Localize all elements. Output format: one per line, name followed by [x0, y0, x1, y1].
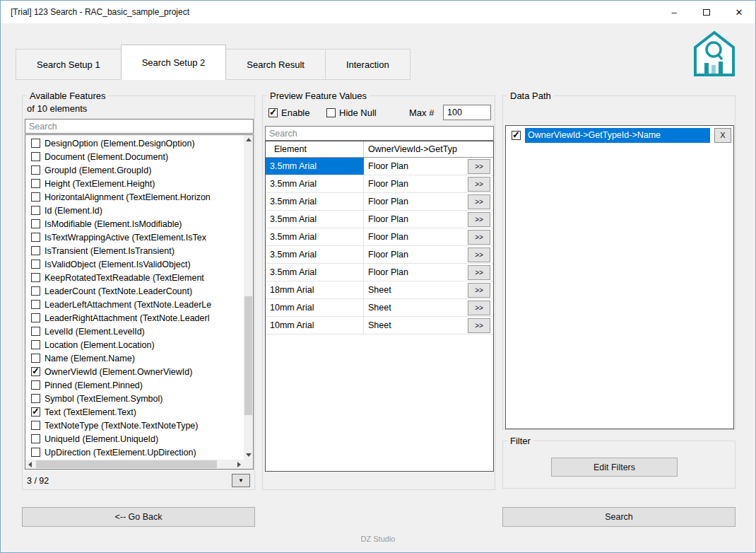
vertical-scrollbar-thumb[interactable]: [244, 296, 252, 415]
feature-checkbox[interactable]: [31, 407, 40, 417]
feature-item[interactable]: TextNoteType (TextNote.TextNoteType): [25, 419, 243, 432]
enable-checkbox-group[interactable]: Enable: [268, 107, 309, 118]
feature-checkbox[interactable]: [31, 380, 40, 390]
feature-item[interactable]: Text (TextElement.Text): [25, 405, 243, 419]
feature-checkbox[interactable]: [31, 219, 40, 228]
feature-checkbox[interactable]: [31, 421, 40, 430]
feature-item[interactable]: IsValidObject (Element.IsValidObject): [25, 257, 243, 271]
tab[interactable]: Search Result: [225, 49, 326, 80]
feature-checkbox[interactable]: [31, 340, 40, 349]
scroll-right-button[interactable]: [235, 460, 244, 469]
feature-item[interactable]: KeepRotatedTextReadable (TextElement: [25, 271, 243, 284]
maximize-button[interactable]: [690, 1, 723, 23]
preview-row[interactable]: 3.5mm Arial Floor Plan >>: [266, 228, 493, 246]
feature-checkbox[interactable]: [31, 286, 40, 296]
feature-item[interactable]: HorizontalAlignment (TextElement.Horizon: [25, 190, 243, 204]
preview-row[interactable]: 3.5mm Arial Floor Plan >>: [266, 211, 493, 228]
element-cell[interactable]: 3.5mm Arial: [266, 158, 364, 175]
element-cell[interactable]: 3.5mm Arial: [266, 211, 364, 228]
horizontal-scrollbar-thumb[interactable]: [36, 460, 217, 468]
preview-row[interactable]: 10mm Arial Sheet >>: [266, 299, 493, 317]
feature-checkbox[interactable]: [31, 273, 40, 282]
feature-checkbox[interactable]: [31, 179, 40, 188]
scroll-left-button[interactable]: [25, 460, 35, 469]
go-back-button[interactable]: <-- Go Back: [22, 507, 255, 527]
preview-row[interactable]: 10mm Arial Sheet >>: [266, 317, 493, 334]
feature-item[interactable]: LeaderRightAttachment (TextNote.Leaderl: [25, 311, 243, 325]
feature-checkbox[interactable]: [31, 448, 40, 457]
title-bar[interactable]: [Trial] 123 Search - RAC_basic_sample_pr…: [1, 1, 755, 23]
expand-row-button[interactable]: >>: [468, 318, 490, 333]
preview-row[interactable]: 3.5mm Arial Floor Plan >>: [266, 193, 493, 211]
feature-checkbox[interactable]: [31, 300, 40, 309]
feature-checkbox[interactable]: [31, 233, 40, 242]
preview-row[interactable]: 3.5mm Arial Floor Plan >>: [266, 264, 493, 281]
list-dropdown-button[interactable]: ▼: [232, 474, 250, 487]
feature-checkbox[interactable]: [31, 192, 40, 202]
enable-checkbox[interactable]: [268, 108, 278, 117]
vertical-scrollbar[interactable]: [244, 135, 253, 460]
max-count-input[interactable]: [443, 105, 491, 120]
feature-checkbox[interactable]: [31, 246, 40, 255]
feature-item[interactable]: Pinned (Element.Pinned): [25, 378, 243, 392]
preview-row[interactable]: 3.5mm Arial Floor Plan >>: [266, 246, 493, 264]
preview-row[interactable]: 18mm Arial Sheet >>: [266, 281, 493, 299]
value-cell[interactable]: Sheet: [364, 303, 468, 313]
expand-row-button[interactable]: >>: [468, 265, 490, 280]
feature-item[interactable]: UniqueId (Element.UniqueId): [25, 432, 243, 446]
preview-row[interactable]: 3.5mm Arial Floor Plan >>: [266, 175, 493, 193]
feature-item[interactable]: Height (TextElement.Height): [25, 177, 243, 190]
tab[interactable]: Search Setup 2: [121, 45, 227, 80]
element-cell[interactable]: 10mm Arial: [266, 299, 364, 316]
feature-item[interactable]: Location (Element.Location): [25, 338, 243, 351]
feature-checkbox[interactable]: [31, 434, 40, 443]
expand-row-button[interactable]: >>: [468, 177, 490, 192]
column-header-feature[interactable]: OwnerViewId->GetTyp: [364, 141, 493, 157]
feature-checkbox[interactable]: [31, 139, 40, 148]
element-cell[interactable]: 3.5mm Arial: [266, 264, 364, 281]
value-cell[interactable]: Sheet: [364, 320, 468, 330]
feature-checkbox[interactable]: [31, 327, 40, 336]
feature-checkbox[interactable]: [31, 313, 40, 322]
scroll-up-button[interactable]: [244, 135, 253, 144]
feature-item[interactable]: Symbol (TextElement.Symbol): [25, 392, 243, 405]
feature-item[interactable]: UpDirection (TextElement.UpDirection): [25, 446, 243, 459]
data-path-item[interactable]: OwnerViewId->GetTypeId->Name X: [506, 126, 733, 144]
value-cell[interactable]: Floor Plan: [364, 250, 468, 260]
feature-checkbox[interactable]: [31, 260, 40, 269]
value-cell[interactable]: Floor Plan: [364, 197, 468, 206]
element-cell[interactable]: 3.5mm Arial: [266, 175, 364, 192]
element-cell[interactable]: 3.5mm Arial: [266, 193, 364, 210]
hide-null-checkbox-group[interactable]: Hide Null: [326, 107, 377, 118]
feature-item[interactable]: Id (Element.Id): [25, 204, 243, 217]
path-checkbox[interactable]: [512, 131, 521, 140]
horizontal-scrollbar[interactable]: [25, 460, 244, 469]
element-cell[interactable]: 18mm Arial: [266, 281, 364, 298]
expand-row-button[interactable]: >>: [468, 283, 490, 298]
value-cell[interactable]: Floor Plan: [364, 161, 468, 171]
feature-checkbox[interactable]: [31, 394, 40, 403]
preview-row[interactable]: 3.5mm Arial Floor Plan >>: [266, 158, 493, 175]
scroll-down-button[interactable]: [244, 450, 253, 460]
minimize-button[interactable]: –: [658, 1, 690, 23]
feature-item[interactable]: Name (Element.Name): [25, 351, 243, 365]
feature-item[interactable]: IsTextWrappingActive (TextElement.IsTex: [25, 231, 243, 244]
expand-row-button[interactable]: >>: [468, 230, 490, 245]
feature-item[interactable]: IsModifiable (Element.IsModifiable): [25, 217, 243, 231]
feature-item[interactable]: LeaderLeftAttachment (TextNote.LeaderLe: [25, 298, 243, 311]
tab[interactable]: Interaction: [325, 49, 411, 80]
value-cell[interactable]: Floor Plan: [364, 214, 468, 224]
expand-row-button[interactable]: >>: [468, 301, 490, 315]
preview-search-input[interactable]: [265, 126, 494, 141]
tab[interactable]: Search Setup 1: [16, 49, 122, 80]
expand-row-button[interactable]: >>: [468, 159, 490, 174]
edit-filters-button[interactable]: Edit Filters: [551, 458, 678, 477]
expand-row-button[interactable]: >>: [468, 194, 490, 209]
feature-item[interactable]: Document (Element.Document): [25, 150, 243, 163]
expand-row-button[interactable]: >>: [468, 248, 490, 262]
path-label[interactable]: OwnerViewId->GetTypeId->Name: [525, 128, 710, 143]
feature-list[interactable]: DesignOption (Element.DesignOption) Docu…: [25, 134, 254, 470]
element-cell[interactable]: 3.5mm Arial: [266, 228, 364, 245]
hide-null-checkbox[interactable]: [326, 108, 336, 117]
feature-checkbox[interactable]: [31, 354, 40, 363]
